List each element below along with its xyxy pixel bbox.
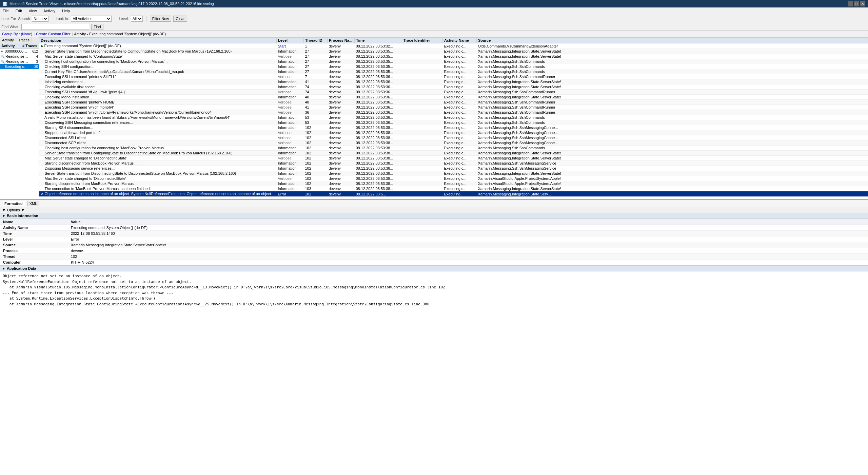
table-row[interactable]: Discovering SSH Messaging connection ref… — [39, 120, 868, 125]
cell-thread: 27 — [304, 64, 328, 69]
info-table: Name Value Activity Name Executing comma… — [0, 219, 868, 265]
table-row[interactable]: Checking SSH configuration... Informatio… — [39, 64, 868, 69]
cell-activity: Executing c... — [443, 151, 477, 156]
activity-list[interactable]: ▶ 0000000000000 612 🔍 Reading settings f… — [0, 49, 39, 199]
search-dropdown[interactable]: None — [32, 16, 48, 22]
col-activity[interactable]: Activity Name — [443, 38, 477, 43]
menu-help[interactable]: Help — [61, 9, 71, 13]
info-cell-name: Time — [0, 231, 68, 236]
cell-trace-id — [402, 181, 443, 186]
table-row[interactable]: Checking host configuration for connecti… — [39, 59, 868, 64]
table-row[interactable]: Starting SSH disconnection... Informatio… — [39, 125, 868, 130]
activity-header: Activity # Traces — [0, 43, 39, 49]
format-formatted-button[interactable]: Formatted — [2, 201, 25, 206]
cell-process: devenv — [328, 191, 355, 197]
tab-traces[interactable]: Traces — [16, 37, 32, 43]
table-row[interactable]: Server State transition from Disconnecti… — [39, 171, 868, 176]
table-row[interactable]: Server State transition from Configuring… — [39, 151, 868, 156]
cell-activity: Executing c... — [443, 79, 477, 84]
cell-trace-id — [402, 49, 443, 54]
app-data-toggle[interactable]: ▼ — [2, 267, 5, 270]
separator-2: | — [72, 32, 73, 36]
table-row[interactable]: Checking Mono installation... Informatio… — [39, 95, 868, 100]
table-row[interactable]: Executing SSH command 'printenv HOME' Ve… — [39, 100, 868, 105]
look-in-dropdown[interactable]: All Activities — [71, 16, 112, 22]
table-container[interactable]: Description Level Thread ID Process Na..… — [39, 37, 868, 199]
find-button[interactable]: Find — [91, 24, 103, 30]
format-xml-button[interactable]: XML — [27, 201, 40, 206]
cell-description: Server State transition from Configuring… — [39, 151, 277, 156]
minimize-button[interactable]: ─ — [848, 1, 853, 6]
cell-description: Checking available disk space... — [39, 84, 277, 90]
cell-description: Mac Server state changed to 'Disconnecti… — [39, 156, 277, 161]
activity-item-reading1[interactable]: 🔍 Reading settings f... 4 — [0, 54, 39, 59]
col-process[interactable]: Process Na... — [328, 38, 355, 43]
info-col-value: Value — [68, 219, 868, 225]
cell-source: Xamarin.Messaging.Ssh.SshCommandRunner — [477, 110, 868, 115]
cell-thread: 103 — [304, 186, 328, 191]
cell-process: devenv — [328, 166, 355, 171]
clear-button[interactable]: Clear — [173, 16, 187, 22]
info-row: Source Xamarin.Messaging.Integration.Sta… — [0, 242, 868, 248]
table-row[interactable]: Executing SSH command 'which mono64' Ver… — [39, 105, 868, 110]
table-row[interactable]: Stopped local forwarded port to -1 Verbo… — [39, 130, 868, 135]
table-row[interactable]: Mac Server state changed to 'Disconnecte… — [39, 176, 868, 181]
menu-view[interactable]: View — [27, 9, 38, 13]
create-custom-filter[interactable]: Create Custom Filter — [36, 32, 70, 36]
table-row[interactable]: ▶ Executing command 'System.Object[]' (d… — [39, 43, 868, 49]
table-row[interactable]: Executing SSH command 'which /Library/Fr… — [39, 110, 868, 115]
table-row[interactable]: Current Key File: C:\Users\mreinhart\App… — [39, 69, 868, 74]
table-row[interactable]: A valid Mono installation has been found… — [39, 115, 868, 120]
table-row[interactable]: Executing SSH command 'printenv SHELL' V… — [39, 74, 868, 79]
cell-time: 08.12.2022 03:53:38... — [355, 130, 402, 135]
level-dropdown[interactable]: All — [131, 16, 143, 22]
activity-item-executing[interactable]: ▶ Executing com... 30 — [0, 64, 39, 69]
cell-source: Xamarin.Messaging.Ssh.SshCommandRunner — [477, 90, 868, 95]
col-level[interactable]: Level — [277, 38, 304, 43]
options-toggle[interactable]: ▼ Options ▼ — [2, 208, 25, 212]
table-row[interactable]: Checking available disk space... Informa… — [39, 84, 868, 90]
tab-activity[interactable]: Activity — [0, 37, 16, 43]
col-thread[interactable]: Thread ID — [304, 38, 328, 43]
find-input[interactable] — [21, 24, 89, 30]
table-row[interactable]: Disposing Messaging service references..… — [39, 166, 868, 171]
cell-time: 08.12.2022 03:53:36... — [355, 95, 402, 100]
table-row[interactable]: ✕ Object reference not set to an instanc… — [39, 191, 868, 197]
menu-file[interactable]: File — [1, 9, 10, 13]
cell-source: Xamarin.Messaging.Ssh.SshMessagingServic… — [477, 161, 868, 166]
cell-source: Xamarin.Messaging.Ssh.SshCommandRunner — [477, 100, 868, 105]
activity-item-reading2[interactable]: 🔍 Reading settings f... 3 — [0, 59, 39, 64]
close-button[interactable]: ✕ — [860, 1, 865, 6]
basic-info-toggle[interactable]: ▼ — [2, 214, 5, 218]
table-row[interactable]: Checking host configuration for connecti… — [39, 146, 868, 151]
table-row[interactable]: Initializing environment... Information … — [39, 79, 868, 84]
col-description[interactable]: Description — [39, 38, 277, 43]
table-row[interactable]: The connection to 'MacBook Pro von Marcu… — [39, 186, 868, 191]
filter-now-button[interactable]: Filter Now — [150, 16, 172, 22]
table-row[interactable]: Disconnected SSH client Verbose 102 deve… — [39, 135, 868, 140]
menu-activity[interactable]: Activity — [42, 9, 57, 13]
cell-description: Checking Mono installation... — [39, 95, 277, 100]
table-row[interactable]: Starting disconnection from MacBook Pro … — [39, 161, 868, 166]
breadcrumb-bar: Group By : (None) | Create Custom Filter… — [0, 31, 868, 37]
cell-thread: 102 — [304, 146, 328, 151]
cell-process: devenv — [328, 135, 355, 140]
col-source[interactable]: Source — [477, 38, 868, 43]
maximize-button[interactable]: □ — [854, 1, 859, 6]
group-by-label[interactable]: Group By : (None) — [2, 32, 32, 36]
table-row[interactable]: Executing SSH command 'df -Ig | awk '{pr… — [39, 90, 868, 95]
activity-item-root[interactable]: ▶ 0000000000000 612 — [0, 49, 39, 54]
table-row[interactable]: Disconnected SCP client Verbose 102 deve… — [39, 140, 868, 146]
table-row[interactable]: Mac Server state changed to 'Disconnecti… — [39, 156, 868, 161]
col-trace-id[interactable]: Trace Identifier — [402, 38, 443, 43]
table-row[interactable]: Server State transition from Disconnecte… — [39, 49, 868, 54]
table-row[interactable]: Starting disconnection from MacBook Pro … — [39, 181, 868, 186]
cell-level: Information — [277, 161, 304, 166]
cell-source: Olde.Commands.VsCommandExtensionAdapter — [477, 43, 868, 49]
cell-source: Xamarin.Messaging.Integration.State.Serv… — [477, 156, 868, 161]
traces-tbody: ▶ Executing command 'System.Object[]' (d… — [39, 43, 868, 197]
col-time[interactable]: Time — [355, 38, 402, 43]
table-row[interactable]: Mac Server state changed to 'Configuring… — [39, 54, 868, 59]
menu-edit[interactable]: Edit — [14, 9, 23, 13]
cell-thread: 27 — [304, 69, 328, 74]
